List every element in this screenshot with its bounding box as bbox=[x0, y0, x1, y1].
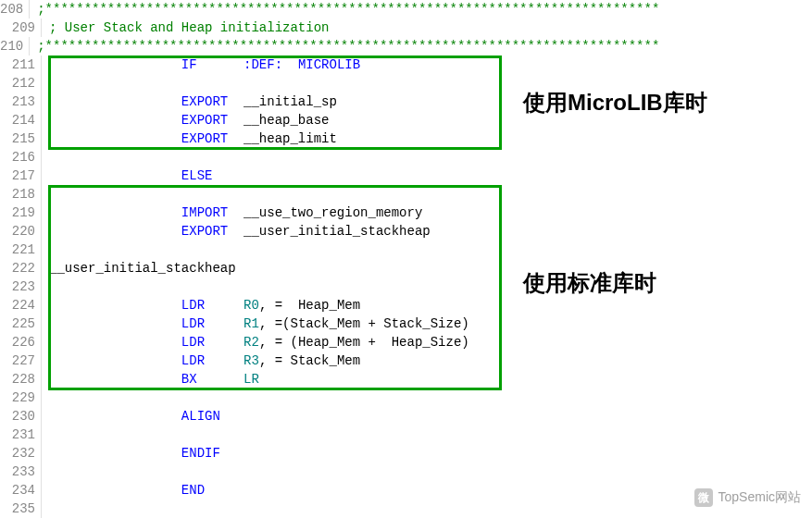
code-text: EXPORT __heap_base bbox=[42, 111, 329, 130]
code-line: 215 EXPORT __heap_limit bbox=[0, 130, 514, 148]
line-number: 221 bbox=[0, 240, 42, 259]
code-text: ;***************************************… bbox=[30, 0, 659, 18]
code-line: 214 EXPORT __heap_base bbox=[0, 111, 514, 130]
line-number: 234 bbox=[0, 481, 42, 500]
line-number: 222 bbox=[0, 259, 42, 278]
line-number: 226 bbox=[0, 333, 42, 352]
annotation-stdlib: 使用标准库时 bbox=[523, 268, 656, 298]
code-line: 222__user_initial_stackheap bbox=[0, 259, 514, 278]
line-number: 213 bbox=[0, 92, 42, 111]
code-line: 221 bbox=[0, 240, 514, 259]
code-text bbox=[42, 462, 49, 481]
code-line: 232 ENDIF bbox=[0, 444, 514, 462]
code-line: 212 bbox=[0, 74, 514, 92]
code-editor: 208;************************************… bbox=[0, 0, 514, 518]
code-text bbox=[42, 388, 49, 407]
code-text: ;***************************************… bbox=[30, 37, 659, 56]
code-line: 217 ELSE bbox=[0, 166, 514, 185]
code-text: END bbox=[42, 481, 205, 500]
code-line: 220 EXPORT __user_initial_stackheap bbox=[0, 222, 514, 240]
watermark-text: TopSemic网站 bbox=[718, 489, 801, 506]
annotation-microlib: 使用MicroLIB库时 bbox=[523, 88, 707, 117]
code-line: 208;************************************… bbox=[0, 0, 514, 18]
code-text: ENDIF bbox=[42, 444, 220, 462]
code-line: 219 IMPORT __use_two_region_memory bbox=[0, 204, 514, 222]
code-line: 224 LDR R0, = Heap_Mem bbox=[0, 296, 514, 314]
code-line: 227 LDR R3, = Stack_Mem bbox=[0, 352, 514, 370]
line-number: 227 bbox=[0, 352, 42, 370]
wechat-icon: 微 bbox=[694, 488, 713, 507]
code-text: LDR R2, = (Heap_Mem + Heap_Size) bbox=[42, 333, 469, 352]
code-line: 235 bbox=[0, 500, 514, 518]
code-line: 210;************************************… bbox=[0, 37, 514, 56]
code-text bbox=[42, 74, 49, 92]
code-line: 216 bbox=[0, 148, 514, 166]
line-number: 220 bbox=[0, 222, 42, 240]
code-text bbox=[42, 278, 49, 296]
code-text: EXPORT __heap_limit bbox=[42, 130, 337, 148]
code-text: IMPORT __use_two_region_memory bbox=[42, 204, 422, 222]
code-text bbox=[42, 240, 49, 259]
code-line: 218 bbox=[0, 185, 514, 204]
line-number: 229 bbox=[0, 388, 42, 407]
line-number: 224 bbox=[0, 296, 42, 314]
line-number: 212 bbox=[0, 74, 42, 92]
code-text bbox=[42, 426, 49, 444]
code-text: IF :DEF: MICROLIB bbox=[42, 56, 360, 74]
line-number: 225 bbox=[0, 314, 42, 333]
code-text: EXPORT __user_initial_stackheap bbox=[42, 222, 431, 240]
line-number: 230 bbox=[0, 407, 42, 426]
line-number: 210 bbox=[0, 37, 30, 56]
code-line: 226 LDR R2, = (Heap_Mem + Heap_Size) bbox=[0, 333, 514, 352]
line-number: 228 bbox=[0, 370, 42, 388]
line-number: 223 bbox=[0, 278, 42, 296]
line-number: 209 bbox=[0, 18, 42, 37]
line-number: 218 bbox=[0, 185, 42, 204]
code-text: LDR R1, =(Stack_Mem + Stack_Size) bbox=[42, 314, 469, 333]
code-text: LDR R0, = Heap_Mem bbox=[42, 296, 360, 314]
line-number: 233 bbox=[0, 462, 42, 481]
line-number: 219 bbox=[0, 204, 42, 222]
code-text bbox=[42, 500, 49, 518]
code-text: ALIGN bbox=[42, 407, 220, 426]
code-text: __user_initial_stackheap bbox=[42, 259, 236, 278]
code-line: 225 LDR R1, =(Stack_Mem + Stack_Size) bbox=[0, 314, 514, 333]
code-text: BX LR bbox=[42, 370, 259, 388]
line-number: 208 bbox=[0, 0, 30, 18]
line-number: 214 bbox=[0, 111, 42, 130]
line-number: 216 bbox=[0, 148, 42, 166]
code-line: 209; User Stack and Heap initialization bbox=[0, 18, 514, 37]
code-line: 233 bbox=[0, 462, 514, 481]
code-line: 211 IF :DEF: MICROLIB bbox=[0, 56, 514, 74]
code-line: 228 BX LR bbox=[0, 370, 514, 388]
line-number: 231 bbox=[0, 426, 42, 444]
code-text bbox=[42, 148, 49, 166]
line-number: 211 bbox=[0, 56, 42, 74]
line-number: 217 bbox=[0, 166, 42, 185]
code-text bbox=[42, 185, 49, 204]
code-line: 229 bbox=[0, 388, 514, 407]
line-number: 235 bbox=[0, 500, 42, 518]
code-line: 231 bbox=[0, 426, 514, 444]
watermark: 微 TopSemic网站 bbox=[694, 488, 801, 507]
code-text: EXPORT __initial_sp bbox=[42, 92, 337, 111]
code-line: 230 ALIGN bbox=[0, 407, 514, 426]
code-text: LDR R3, = Stack_Mem bbox=[42, 352, 360, 370]
line-number: 232 bbox=[0, 444, 42, 462]
code-line: 213 EXPORT __initial_sp bbox=[0, 92, 514, 111]
line-number: 215 bbox=[0, 130, 42, 148]
code-text: ELSE bbox=[42, 166, 212, 185]
code-line: 234 END bbox=[0, 481, 514, 500]
code-line: 223 bbox=[0, 278, 514, 296]
code-text: ; User Stack and Heap initialization bbox=[42, 18, 329, 37]
